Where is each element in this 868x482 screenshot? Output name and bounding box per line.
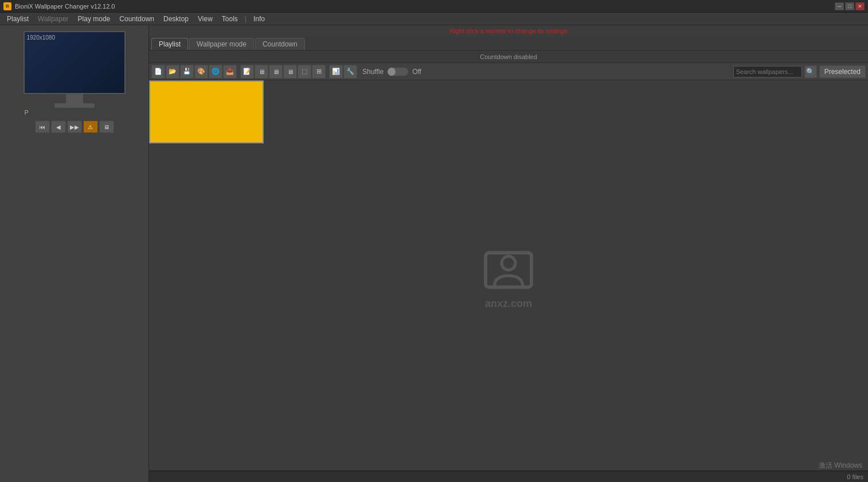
- countdown-bar: Countdown disabled: [149, 50, 868, 63]
- watermark-text: anxz.com: [485, 298, 532, 310]
- display-button[interactable]: 🖥: [99, 120, 114, 133]
- search-input[interactable]: [733, 66, 802, 77]
- watermark-icon: [483, 242, 534, 293]
- import-button[interactable]: 📥: [223, 65, 237, 79]
- monitor-ext-button[interactable]: ⬚: [298, 65, 311, 79]
- menu-separator: |: [243, 15, 249, 23]
- hint-bar: Right click a monitor to change its sett…: [149, 25, 868, 37]
- monitor-stand-base: [54, 103, 95, 108]
- menu-desktop[interactable]: Desktop: [159, 14, 193, 24]
- watermark: anxz.com: [483, 242, 534, 310]
- warn-button[interactable]: ⚠: [83, 120, 98, 133]
- save-button[interactable]: 💾: [180, 65, 194, 79]
- menu-view[interactable]: View: [193, 14, 217, 24]
- open-file-button[interactable]: 📄: [151, 65, 165, 79]
- right-panel: Right click a monitor to change its sett…: [149, 25, 868, 482]
- menu-play-mode[interactable]: Play mode: [73, 14, 115, 24]
- tab-playlist[interactable]: Playlist: [151, 38, 188, 50]
- monitor-add-button[interactable]: 🖥: [255, 65, 268, 79]
- color-button[interactable]: 🎨: [194, 65, 208, 79]
- open-folder-button[interactable]: 📂: [166, 65, 179, 79]
- playback-controls: ⏮ ◀ ▶▶ ⚠ 🖥: [35, 120, 114, 133]
- monitor-screen[interactable]: 1920x1080: [24, 31, 126, 94]
- hint-text: Right click a monitor to change its sett…: [449, 28, 567, 34]
- preselected-button[interactable]: Preselected: [819, 65, 866, 78]
- monitor-resolution: 1920x1080: [27, 34, 56, 41]
- shuffle-label: Shuffle: [362, 68, 384, 76]
- svg-point-1: [502, 256, 515, 270]
- title-text: BioniX Wallpaper Changer v12.12.0: [15, 3, 835, 10]
- countdown-status: Countdown disabled: [480, 53, 537, 60]
- monitor-area: 1920x1080 P: [20, 31, 129, 116]
- menu-wallpaper[interactable]: Wallpaper: [33, 14, 73, 24]
- prev-prev-button[interactable]: ⏮: [35, 120, 50, 133]
- menu-tools[interactable]: Tools: [217, 14, 243, 24]
- add-url-button[interactable]: 🌐: [209, 65, 222, 79]
- monitor-stand-neck: [66, 94, 83, 103]
- tab-countdown[interactable]: Countdown: [255, 38, 305, 50]
- monitor-cfg-button[interactable]: ⊞: [312, 65, 326, 79]
- title-bar: B BioniX Wallpaper Changer v12.12.0 ─ □ …: [0, 0, 868, 13]
- monitor-edit-button[interactable]: 🖥: [283, 65, 297, 79]
- status-bar: 0 files: [149, 471, 868, 482]
- menu-countdown[interactable]: Countdown: [115, 14, 159, 24]
- monitor-remove-button[interactable]: 🖥: [269, 65, 283, 79]
- main-container: 1920x1080 P ⏮ ◀ ▶▶ ⚠ 🖥 Right click a mon…: [0, 25, 868, 482]
- svg-rect-0: [486, 253, 531, 287]
- window-controls: ─ □ ✕: [835, 2, 865, 10]
- minimize-button[interactable]: ─: [835, 2, 844, 10]
- prev-button[interactable]: ◀: [51, 120, 66, 133]
- new-button[interactable]: 📝: [240, 65, 254, 79]
- search-button[interactable]: 🔍: [804, 65, 817, 78]
- file-count: 0 files: [847, 473, 863, 480]
- shuffle-toggle[interactable]: [387, 67, 409, 76]
- search-area: 🔍 Preselected: [733, 65, 866, 78]
- tab-bar: Playlist Wallpaper mode Countdown: [149, 37, 868, 50]
- app-icon: B: [3, 2, 11, 10]
- menu-playlist[interactable]: Playlist: [2, 14, 33, 24]
- close-button[interactable]: ✕: [855, 2, 865, 10]
- menu-info[interactable]: Info: [249, 14, 269, 24]
- left-panel: 1920x1080 P ⏮ ◀ ▶▶ ⚠ 🖥: [0, 25, 149, 482]
- shuffle-area: Shuffle Off: [362, 67, 421, 76]
- thumbnail-item[interactable]: [149, 80, 264, 143]
- tools-button[interactable]: 🔧: [343, 65, 357, 79]
- shuffle-state: Off: [412, 68, 421, 76]
- content-area: anxz.com: [149, 80, 868, 471]
- maximize-button[interactable]: □: [845, 2, 854, 10]
- chart-button[interactable]: 📊: [329, 65, 343, 79]
- toolbar: 📄 📂 💾 🎨 🌐 📥 📝 🖥 🖥 🖥 ⬚ ⊞ 📊 🔧 Shuffle: [149, 63, 868, 80]
- next-button[interactable]: ▶▶: [67, 120, 82, 133]
- shuffle-knob: [388, 68, 396, 76]
- monitor-label: P: [25, 109, 29, 116]
- menu-bar: Playlist Wallpaper Play mode Countdown D…: [0, 13, 868, 25]
- monitor-inner: [25, 32, 124, 93]
- tab-wallpaper-mode[interactable]: Wallpaper mode: [189, 38, 254, 50]
